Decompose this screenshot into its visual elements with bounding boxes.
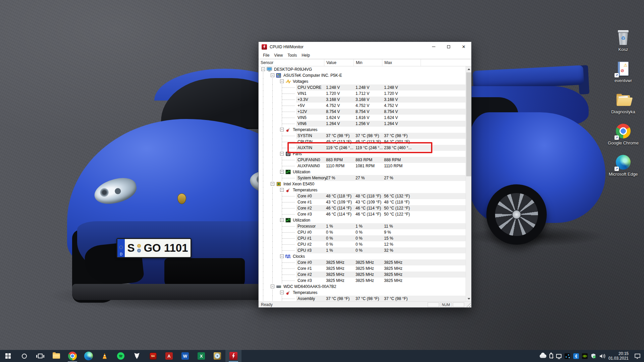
sensor-row[interactable]: CPU #31 %0 %32 %: [259, 247, 466, 253]
tray-windows-security-icon[interactable]: [591, 353, 596, 359]
sensor-row[interactable]: VIN11.720 V1.712 V1.720 V: [259, 90, 466, 97]
taskbar-vlc-icon[interactable]: [97, 350, 113, 362]
tree-node-row[interactable]: −Utilization: [259, 169, 466, 175]
sensor-row[interactable]: VIN61.264 V1.256 V1.264 V: [259, 121, 466, 127]
sensor-row[interactable]: CPUTIN45 °C (113 °F)45 °C (113 °F)94 °C …: [259, 139, 466, 145]
tree-node-row[interactable]: −Voltages: [259, 78, 466, 84]
tree-node-row[interactable]: −Fans: [259, 151, 466, 157]
desktop-icon-edge[interactable]: ↗ Microsoft Edge: [604, 154, 643, 184]
taskbar-edge-icon[interactable]: [80, 350, 97, 362]
sensor-row[interactable]: Assembly37 °C (98 °F)37 °C (98 °F)37 °C …: [259, 296, 466, 301]
tree-expand-box[interactable]: −: [271, 73, 274, 77]
action-center-icon[interactable]: [632, 353, 641, 359]
scroll-down-arrow-icon[interactable]: [466, 296, 472, 301]
taskbar-cortana-icon[interactable]: [16, 350, 32, 362]
taskbar-project64-icon[interactable]: 64: [145, 350, 161, 362]
tray-volume-icon[interactable]: [599, 354, 605, 359]
sensor-row[interactable]: Core #03825 MHz3825 MHz3825 MHz: [259, 259, 466, 265]
tree-node-row[interactable]: −DESKTOP-R09J4VG: [259, 66, 466, 72]
tree-node-row[interactable]: −Utilization: [259, 217, 466, 223]
sensor-row[interactable]: CPU #00 %0 %9 %: [259, 229, 466, 235]
taskbar-hwmonitor-icon[interactable]: [225, 350, 241, 362]
menu-tools[interactable]: Tools: [285, 52, 299, 59]
minimize-button[interactable]: [426, 42, 441, 52]
desktop-icon-event-viewer[interactable]: ⚠⊘↗ eventvwr: [604, 61, 643, 91]
taskbar-word-icon[interactable]: W: [177, 350, 193, 362]
tree-expand-box[interactable]: −: [271, 182, 274, 186]
title-bar[interactable]: CPUID HWMonitor ✕: [259, 42, 471, 52]
sensor-row[interactable]: SYSTIN37 °C (98 °F)37 °C (98 °F)37 °C (9…: [259, 133, 466, 139]
tray-onedrive-icon[interactable]: [540, 354, 546, 358]
tray-bluetooth-icon[interactable]: [573, 353, 579, 359]
menu-help[interactable]: Help: [299, 52, 312, 59]
taskbar-acrobat-icon[interactable]: A: [161, 350, 177, 362]
tree-expand-box[interactable]: −: [280, 79, 284, 83]
shortcut-arrow-icon: ↗: [614, 135, 619, 140]
taskbar-spotify-icon[interactable]: [113, 350, 129, 362]
sensor-row[interactable]: +5V4.752 V4.752 V4.752 V: [259, 103, 466, 109]
sensor-row[interactable]: CPU #10 %0 %15 %: [259, 235, 466, 241]
tree-expand-box[interactable]: −: [280, 218, 284, 222]
sensor-row[interactable]: Core #143 °C (109 °F)43 °C (109 °F)48 °C…: [259, 199, 466, 205]
scrollbar-thumb[interactable]: [466, 72, 471, 176]
column-header-sensor[interactable]: Sensor: [259, 59, 324, 66]
sensor-row[interactable]: Core #33825 MHz3825 MHz3825 MHz: [259, 278, 466, 284]
tree-node-row[interactable]: −Clocks: [259, 253, 466, 259]
column-header-min[interactable]: Min: [354, 59, 382, 66]
sensor-row[interactable]: Core #13825 MHz3825 MHz3825 MHz: [259, 265, 466, 272]
tree-node-row[interactable]: −Intel Xeon E5450: [259, 181, 466, 187]
taskbar-foobar2000-icon[interactable]: [129, 350, 145, 362]
sensor-row[interactable]: AUXFANIN01110 RPM1081 RPM1110 RPM: [259, 163, 466, 169]
tree-expand-box[interactable]: −: [271, 285, 274, 288]
tree-node-row[interactable]: −WDC WD6400AAKS-00A7B2: [259, 284, 466, 290]
menu-view[interactable]: View: [272, 52, 285, 59]
tree-expand-box[interactable]: −: [280, 291, 284, 294]
taskbar-excel-icon[interactable]: X: [193, 350, 209, 362]
taskbar-file-explorer-icon[interactable]: [48, 350, 64, 362]
tree-node-row[interactable]: −Temperatures: [259, 290, 466, 296]
tree-node-row[interactable]: −Temperatures: [259, 187, 466, 193]
sensor-row[interactable]: Core #23825 MHz3825 MHz3825 MHz: [259, 272, 466, 278]
tray-nvidia-settings-icon[interactable]: [582, 353, 588, 359]
close-button[interactable]: ✕: [456, 42, 471, 52]
sensor-row[interactable]: System Memory27 %27 %27 %: [259, 175, 466, 181]
tree-expand-box[interactable]: −: [261, 67, 265, 71]
vertical-scrollbar[interactable]: [466, 66, 471, 301]
resize-grip[interactable]: [466, 303, 471, 308]
tray-network-icon[interactable]: [556, 354, 561, 358]
column-header-value[interactable]: Value: [324, 59, 354, 66]
tree-expand-box[interactable]: −: [280, 128, 284, 131]
tree-node-row[interactable]: −Temperatures: [259, 127, 466, 133]
sensor-row[interactable]: Processor1 %1 %11 %: [259, 223, 466, 229]
tree-expand-box[interactable]: −: [280, 152, 284, 156]
tray-molecule-app-icon[interactable]: [565, 353, 570, 359]
taskbar-task-view-icon[interactable]: [32, 350, 48, 362]
desktop-icon-recycle-bin[interactable]: ♻ Kosz: [604, 29, 643, 60]
column-header-max[interactable]: Max: [382, 59, 421, 66]
sensor-row[interactable]: CPUFANIN0883 RPM883 RPM888 RPM: [259, 157, 466, 163]
sensor-row[interactable]: VIN51.624 V1.616 V1.624 V: [259, 115, 466, 121]
sensor-row[interactable]: +12V8.754 V8.754 V8.754 V: [259, 109, 466, 115]
desktop-icon-chrome[interactable]: ↗ Google Chrome: [604, 123, 643, 153]
taskbar-start-icon[interactable]: [0, 350, 16, 362]
tree-expand-box[interactable]: −: [280, 188, 284, 192]
sensor-row[interactable]: AUXTIN119 °C (246 °...119 °C (246 °...23…: [259, 145, 466, 151]
tray-usb-safely-remove-icon[interactable]: [549, 354, 553, 358]
maximize-button[interactable]: [441, 42, 456, 52]
sensor-row[interactable]: +3.3V3.168 V3.168 V3.168 V: [259, 97, 466, 103]
sensor-value: 46 °C (114 °F): [326, 211, 352, 217]
desktop-icon-folder[interactable]: Diagnostyka: [604, 92, 643, 122]
sensor-row[interactable]: Core #246 °C (114 °F)46 °C (114 °F)50 °C…: [259, 205, 466, 211]
sensor-row[interactable]: Core #048 °C (118 °F)48 °C (118 °F)56 °C…: [259, 193, 466, 199]
tree-node-row[interactable]: −ASUSTeK Computer INC. P5K-E: [259, 72, 466, 78]
tree-expand-box[interactable]: −: [280, 254, 284, 258]
taskbar-clock[interactable]: 20:15 01.03.2021: [608, 351, 629, 361]
sensor-row[interactable]: CPU VCORE1.248 V1.248 V1.248 V: [259, 84, 466, 90]
taskbar-disc-tool-icon[interactable]: [209, 350, 225, 362]
tree-expand-box[interactable]: −: [280, 170, 284, 174]
sensor-row[interactable]: Core #346 °C (114 °F)46 °C (114 °F)50 °C…: [259, 211, 466, 217]
taskbar-chrome-icon[interactable]: [64, 350, 80, 362]
sensor-row[interactable]: CPU #20 %0 %12 %: [259, 241, 466, 247]
scroll-up-arrow-icon[interactable]: [466, 66, 472, 72]
menu-file[interactable]: File: [261, 52, 272, 59]
